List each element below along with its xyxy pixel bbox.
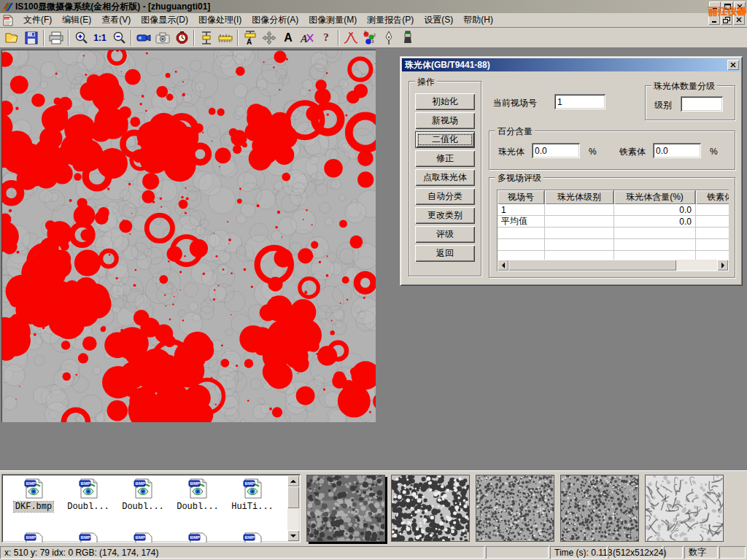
binarize-button[interactable]: 二值化 [415, 131, 475, 148]
cell: 1 [498, 204, 545, 216]
brush-icon[interactable] [398, 29, 417, 47]
help-icon[interactable]: ? [317, 29, 336, 47]
file-name[interactable]: Doubl... [175, 502, 220, 512]
new-field-button[interactable]: 新视场 [415, 112, 475, 129]
zoom-in-icon[interactable] [71, 29, 90, 47]
print-icon[interactable] [47, 29, 66, 47]
thumbnail-image-5[interactable] [645, 475, 724, 542]
percent-group: 百分含量 珠光体 % 铁素体 % [489, 131, 735, 170]
grading-group-label: 珠光体数量分级 [651, 80, 717, 93]
menu-settings[interactable]: 设置(S) [419, 12, 458, 28]
file-item[interactable]: BMP Doubl... [171, 478, 224, 512]
menu-file[interactable]: 文件(F) [18, 12, 57, 28]
move-icon[interactable] [260, 29, 279, 47]
svg-text:BMP: BMP [136, 535, 145, 540]
menu-image-measure[interactable]: 图像测量(M) [303, 12, 362, 28]
scroll-right-icon[interactable] [717, 260, 728, 271]
svg-text:3: 3 [372, 39, 374, 44]
actual-size-icon[interactable]: 1:1 [90, 29, 109, 47]
col-field-number[interactable]: 视场号 [498, 190, 545, 204]
file-item[interactable]: BMP [7, 532, 60, 542]
mdi-child-system-icon[interactable]: DOC [2, 15, 14, 26]
menu-image-analysis[interactable]: 图像分析(A) [247, 12, 303, 28]
count-points-icon[interactable]: 123 [360, 29, 379, 47]
col-ferrite-amount[interactable]: 铁素体含量(%) [696, 190, 729, 204]
metallograph-image[interactable] [1, 50, 376, 422]
thumbnail-image-4[interactable] [560, 475, 639, 542]
pearlite-dialog: 珠光体(GB/T9441-88) 操作 初始化 新视场 二值化 修正 点取珠光体… [400, 56, 743, 286]
file-name[interactable]: HuiTi... [230, 502, 275, 512]
initialize-button[interactable]: 初始化 [415, 93, 475, 110]
toolbar-separator [43, 30, 44, 46]
pearlite-percent-input[interactable] [532, 143, 580, 158]
pick-pearlite-button[interactable]: 点取珠光体 [415, 169, 475, 186]
file-item-dkf[interactable]: BMP DKF.bmp [7, 478, 60, 512]
file-item[interactable]: BMP [62, 532, 115, 542]
thumbnail-image-1[interactable] [306, 475, 385, 542]
file-name[interactable]: DKF.bmp [14, 502, 53, 512]
scroll-down-icon[interactable] [287, 530, 299, 541]
col-pearlite-amount[interactable]: 珠光体含量(%) [614, 190, 696, 204]
table-row[interactable] [498, 239, 729, 251]
open-folder-icon[interactable] [3, 29, 22, 47]
svg-text:BMP: BMP [190, 535, 200, 540]
grade-label: 级别 [654, 99, 672, 112]
rating-table[interactable]: 视场号 珠光体级别 珠光体含量(%) 铁素体含量(%) 1 0.0 平均值 0.… [497, 190, 729, 271]
curve-icon[interactable] [341, 29, 360, 47]
file-item[interactable]: BMP Doubl... [62, 478, 115, 512]
ferrite-percent-input[interactable] [653, 143, 701, 158]
vertical-ruler-icon[interactable] [197, 29, 216, 47]
video-camera-icon[interactable] [134, 29, 153, 47]
save-icon[interactable] [22, 29, 41, 47]
table-row[interactable]: 平均值 0.0 [498, 216, 729, 228]
file-list-scrollbar[interactable] [287, 475, 299, 541]
cell [545, 216, 614, 228]
grade-input[interactable] [681, 96, 723, 112]
thumbnail-image-3[interactable] [476, 475, 554, 542]
bmp-file-icon: BMP [77, 532, 99, 542]
auto-classify-button[interactable]: 自动分类 [415, 188, 475, 205]
bmp-file-icon: BMP [132, 478, 154, 499]
file-listbox[interactable]: BMP DKF.bmp BMP Doubl... BMP [1, 474, 301, 542]
camera-icon[interactable] [153, 29, 172, 47]
status-time: Time (s): 0.113 [550, 546, 607, 559]
thumbnail-image-2[interactable] [391, 475, 470, 542]
dialog-close-icon[interactable] [727, 60, 739, 70]
menu-image-processing[interactable]: 图像处理(I) [193, 12, 247, 28]
file-item[interactable]: BMP Doubl... [117, 478, 169, 512]
change-class-button[interactable]: 更改类别 [415, 207, 475, 224]
table-row[interactable]: 1 0.0 [498, 204, 729, 216]
file-item[interactable]: BMP [171, 532, 224, 542]
menu-measure-report[interactable]: 测量报告(P) [362, 12, 419, 28]
text-style-icon[interactable]: A [298, 29, 317, 47]
dialog-title-bar[interactable]: 珠光体(GB/T9441-88) [402, 58, 740, 71]
timer-icon[interactable] [172, 29, 191, 47]
text-icon[interactable]: A [279, 29, 298, 47]
scroll-up-icon[interactable] [287, 475, 299, 486]
correct-button[interactable]: 修正 [415, 150, 475, 167]
scroll-left-icon[interactable] [498, 260, 508, 271]
zoom-out-icon[interactable] [109, 29, 128, 47]
scrollbar-thumb[interactable] [287, 486, 299, 508]
table-horizontal-scrollbar[interactable] [498, 260, 728, 271]
menu-edit[interactable]: 编辑(E) [57, 12, 96, 28]
table-row[interactable] [498, 228, 729, 239]
file-item[interactable]: BMP [226, 532, 279, 542]
col-pearlite-grade[interactable]: 珠光体级别 [545, 190, 614, 204]
measure-text-icon[interactable]: A [241, 29, 260, 47]
menu-image-display[interactable]: 图像显示(D) [136, 12, 193, 28]
file-name[interactable]: Doubl... [66, 502, 111, 512]
menu-help[interactable]: 帮助(H) [458, 12, 498, 28]
file-item[interactable]: BMP [117, 532, 169, 542]
pen-icon[interactable] [379, 29, 398, 47]
rate-button[interactable]: 评级 [415, 226, 475, 243]
current-field-input[interactable] [554, 94, 605, 109]
horizontal-ruler-icon[interactable] [216, 29, 235, 47]
menu-view[interactable]: 查看(V) [96, 12, 136, 28]
file-name[interactable]: Doubl... [120, 502, 166, 512]
return-button[interactable]: 返回 [415, 245, 475, 262]
scrollbar-thumb[interactable] [508, 260, 676, 271]
status-empty-panel [664, 546, 683, 559]
file-item[interactable]: BMP HuiTi... [226, 478, 279, 512]
title-bar[interactable]: IS100显微摄像系统(金相分析版) - [zhuguangti01] [0, 0, 747, 13]
